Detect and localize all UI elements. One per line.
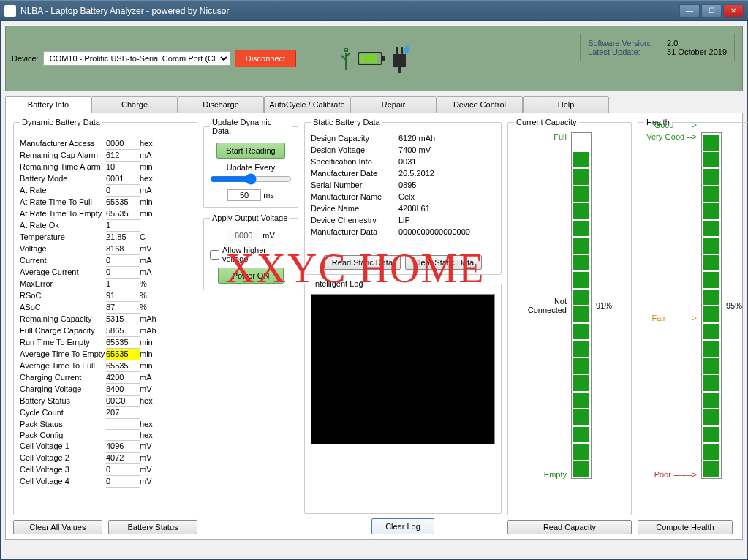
capacity-full-label: Full	[514, 132, 567, 141]
dynamic-row: Charging Current4200mA	[20, 372, 191, 384]
dynamic-row: RSoC91%	[20, 290, 191, 302]
dynamic-row: Average Current0mA	[20, 267, 191, 279]
dynamic-row: ASoC87%	[20, 302, 191, 314]
tab-help[interactable]: Help	[523, 96, 609, 113]
static-row: Device Name4208L61	[311, 203, 495, 214]
dynamic-row: Full Charge Capacity5865mAh	[20, 325, 191, 337]
dynamic-row: Charging Voltage8400mV	[20, 384, 191, 396]
dynamic-row: Voltage8168mV	[20, 243, 191, 255]
clear-static-button[interactable]: Clear Static Data	[405, 255, 482, 270]
update-group: Update Dynamic Data Start Reading Update…	[203, 118, 298, 208]
dynamic-row: Battery Status00C0hex	[20, 396, 191, 407]
version-value: 2.0	[667, 39, 678, 48]
dynamic-row: Average Time To Full65535min	[20, 360, 191, 372]
voltage-unit: mV	[262, 231, 275, 240]
read-static-button[interactable]: Read Static Data	[324, 255, 401, 270]
capacity-notconnected-label: Not Connected	[514, 297, 567, 314]
dynamic-row: Manufacturer Access0000hex	[20, 138, 191, 150]
device-select[interactable]: COM10 - Prolific USB-to-Serial Comm Port…	[43, 51, 230, 66]
dynamic-row: At Rate Time To Empty65535min	[20, 208, 191, 220]
dynamic-data-group: Dynamic Battery Data Manufacturer Access…	[13, 118, 197, 515]
battery-status-button[interactable]: Battery Status	[108, 520, 197, 534]
log-group: Intelligent Log	[304, 279, 502, 514]
header-art	[339, 44, 410, 73]
version-box: Software Version:2.0 Latest Update:31 Oc…	[580, 34, 735, 61]
power-on-button[interactable]: Power ON	[218, 268, 284, 284]
svg-rect-3	[366, 54, 371, 63]
dynamic-row: Cell Voltage 24072mV	[20, 453, 191, 464]
apply-voltage-group: Apply Output Voltage mV Allow higher vol…	[203, 213, 298, 290]
capacity-empty-label: Empty	[514, 470, 567, 479]
voltage-input[interactable]	[227, 230, 260, 241]
svg-rect-7	[401, 47, 403, 56]
minimize-button[interactable]: —	[679, 4, 700, 18]
static-row: Design Voltage7400 mV	[311, 144, 495, 156]
interval-input[interactable]	[227, 189, 261, 201]
tab-discharge[interactable]: Discharge	[178, 96, 264, 113]
maximize-button[interactable]: ☐	[701, 4, 722, 18]
static-row: Design Capacity6120 mAh	[311, 132, 495, 144]
start-reading-button[interactable]: Start Reading	[216, 143, 284, 159]
health-verygood-label: Very Good -->	[644, 132, 697, 141]
dynamic-row: Cycle Count207	[20, 407, 191, 419]
window-titlebar: NLBA - Laptop Battery Analyzer - powered…	[0, 0, 748, 20]
static-legend: Static Battery Data	[311, 118, 382, 126]
static-row: Specification Info0031	[311, 156, 495, 167]
dynamic-row: Average Time To Empty65535min	[20, 349, 191, 360]
static-row: Serial Number0895	[311, 179, 495, 191]
static-row: Manufacturer NameCelx	[311, 191, 495, 203]
svg-rect-8	[398, 67, 401, 73]
app-icon	[4, 5, 16, 17]
allow-higher-checkbox[interactable]	[210, 250, 219, 260]
capacity-legend: Current Capacity	[514, 118, 579, 126]
dynamic-row: Temperature21.85C	[20, 232, 191, 243]
allow-higher-label: Allow higher voltage	[222, 246, 292, 263]
health-poor-label: Poor ------->	[644, 470, 697, 479]
tab-device-control[interactable]: Device Control	[437, 96, 523, 113]
clear-all-button[interactable]: Clear All Values	[13, 520, 102, 534]
close-button[interactable]: ✕	[723, 4, 744, 18]
plug-icon	[388, 44, 410, 73]
svg-rect-6	[396, 47, 398, 56]
window-title: NLBA - Laptop Battery Analyzer - powered…	[20, 6, 679, 16]
compute-health-button[interactable]: Compute Health	[638, 520, 733, 534]
tab-charge[interactable]: Charge	[91, 96, 178, 113]
health-bar	[701, 132, 722, 479]
dynamic-row: Pack Confighex	[20, 430, 191, 441]
dynamic-legend: Dynamic Battery Data	[20, 118, 102, 126]
dynamic-row: Run Time To Empty65535min	[20, 337, 191, 349]
dynamic-row: Pack Statushex	[20, 419, 191, 430]
dynamic-row: Cell Voltage 30mV	[20, 464, 191, 476]
svg-rect-4	[371, 54, 377, 63]
static-row: Manufacturer Data0000000000000000	[311, 226, 495, 238]
ms-label: ms	[263, 191, 274, 200]
dynamic-row: At Rate Ok1	[20, 220, 191, 232]
static-row: Device ChemestryLiP	[311, 214, 495, 226]
tab-autocycle-calibrate[interactable]: AutoCycle / Calibrate	[264, 96, 350, 113]
apply-legend: Apply Output Voltage	[210, 213, 290, 222]
static-data-group: Static Battery Data Design Capacity6120 …	[304, 118, 502, 275]
clear-log-button[interactable]: Clear Log	[371, 518, 434, 534]
tab-strip: Battery InfoChargeDischargeAutoCycle / C…	[5, 96, 743, 113]
dynamic-row: Remaining Cap Alarm612mA	[20, 150, 191, 162]
tab-battery-info[interactable]: Battery Info	[5, 96, 91, 113]
update-interval-slider[interactable]	[210, 173, 292, 185]
version-label: Software Version:	[588, 39, 660, 48]
update-label: Latest Update:	[588, 48, 660, 56]
read-capacity-button[interactable]: Read Capacity	[507, 520, 632, 534]
device-label: Device:	[12, 54, 39, 63]
update-value: 31 October 2019	[667, 48, 727, 56]
svg-rect-1	[382, 56, 385, 61]
health-fair-label: Fair --------->	[644, 314, 697, 322]
health-group: Health Very Good --> Good ------> Fair -…	[638, 118, 748, 515]
dynamic-row: Remaining Capacity5315mAh	[20, 314, 191, 325]
capacity-group: Current Capacity Full Not Connected Empt…	[507, 118, 632, 515]
dynamic-row: Remaining Time Alarm10min	[20, 162, 191, 173]
dynamic-row: Cell Voltage 40mV	[20, 476, 191, 488]
update-legend: Update Dynamic Data	[210, 118, 292, 135]
disconnect-button[interactable]: Disconnect	[235, 50, 296, 67]
dynamic-row: Cell Voltage 14096mV	[20, 441, 191, 453]
tab-repair[interactable]: Repair	[350, 96, 437, 113]
header-panel: Device: COM10 - Prolific USB-to-Serial C…	[5, 26, 743, 91]
capacity-percent: 91%	[592, 132, 616, 479]
